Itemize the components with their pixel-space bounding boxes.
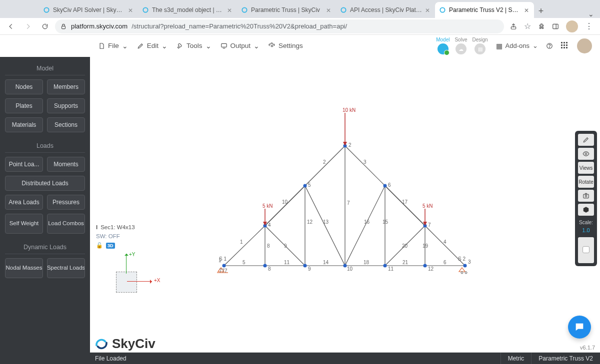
svg-point-11 [271,45,273,47]
menu-file[interactable]: File⌄ [98,42,128,50]
svg-text:21: 21 [402,260,408,265]
browser-tab[interactable]: Parametric Truss | SkyCiv ✕ [237,2,336,18]
unlock-icon: 🔓 [96,242,103,249]
slider-thumb[interactable] [582,246,590,253]
sidebar-btn-supports[interactable]: Supports [47,98,85,113]
lock-icon [60,23,67,30]
tool-cube[interactable] [578,204,594,216]
sidebar-btn-plates[interactable]: Plates [5,98,43,113]
kebab-menu-icon[interactable]: ⋮ [585,21,593,31]
canvas-info: ISec1: W4x13 SW: OFF 🔓3D +Y +X [96,224,141,299]
app-menus: File⌄ Edit⌄ Tools⌄ Output⌄ Settings [98,42,303,50]
version-label: v6.1.7 [580,345,595,351]
scale-slider[interactable] [578,237,594,263]
sidebar-btn-spectralloads[interactable]: Spectral Loads [47,258,85,278]
favicon-icon [142,6,149,13]
svg-text:11: 11 [388,266,394,272]
close-tab-icon[interactable]: ✕ [326,7,332,13]
svg-text:16: 16 [364,219,370,225]
url-host: platform.skyciv.com [71,22,128,30]
tab-title: Parametric Truss | SkyCiv [251,6,323,13]
addons-button[interactable]: ▦Add-ons⌄ [496,42,538,50]
sidebar-btn-sections[interactable]: Sections [47,117,85,132]
menu-label: Output [230,42,251,49]
sidebar-btn-pressures[interactable]: Pressures [47,195,85,210]
tabs-overflow-icon[interactable]: ⌄ [588,10,594,18]
reload-button[interactable] [38,19,52,33]
sidebar-btn-nodalmasses[interactable]: Nodal Masses [5,258,43,278]
tool-visibility[interactable] [578,148,594,160]
menu-edit[interactable]: Edit⌄ [137,42,168,50]
help-icon[interactable] [546,42,553,49]
sidebar-btn-moments[interactable]: Moments [47,157,85,172]
menu-label: File [108,42,119,49]
sidebar-btn-materials[interactable]: Materials [5,117,43,132]
menu-output[interactable]: Output⌄ [220,42,260,50]
browser-tab-active[interactable]: Parametric Truss V2 | SkyCiv ✕ [435,2,534,18]
chat-support-button[interactable] [568,316,591,339]
svg-rect-9 [221,43,226,47]
chevron-down-icon: ⌄ [254,42,260,50]
sidebar-btn-loadcombos[interactable]: Load Combos [47,214,85,234]
model-canvas[interactable]: 1 2 3 4 5 6 7 8 9 10 11 12 13 14 15 16 1… [90,57,600,353]
apps-grid-icon[interactable] [561,42,569,50]
extensions-icon[interactable] [538,23,545,30]
svg-point-72 [264,264,267,268]
pipeline-solve[interactable]: Solve☁ [454,37,467,54]
address-bar[interactable]: platform.skyciv.com/structural?preload_n… [55,19,504,33]
view-toolpad: Views Rotate Scale: 1.0 [575,131,597,266]
close-tab-icon[interactable]: ✕ [128,7,134,13]
svg-text:18: 18 [364,260,370,265]
svg-point-76 [344,264,347,268]
svg-rect-7 [553,24,558,28]
favicon-icon [439,6,446,13]
sidebar-btn-pointloads[interactable]: Point Loa... [5,157,43,172]
sidebar-btn-arealoads[interactable]: Area Loads [5,195,43,210]
tool-pencil[interactable] [578,134,594,146]
svg-point-80 [424,264,427,268]
document-icon: ▤ [474,43,486,54]
sidebar-btn-nodes[interactable]: Nodes [5,79,43,94]
menu-tools[interactable]: Tools⌄ [176,42,212,50]
menu-settings[interactable]: Settings [268,42,303,50]
svg-text:10: 10 [282,199,288,205]
lock-3d-toggle[interactable]: 🔓3D [96,242,141,249]
units-toggle[interactable]: Metric [500,353,532,364]
close-tab-icon[interactable]: ✕ [227,7,233,13]
back-button[interactable] [4,19,18,33]
model-name-chip[interactable]: Parametric Truss V2 [531,353,600,364]
pipeline-design[interactable]: Design▤ [472,37,488,54]
close-tab-icon[interactable]: ✕ [425,7,431,13]
menu-label: Edit [147,42,158,49]
tool-camera[interactable] [578,190,594,202]
share-icon[interactable] [510,23,517,30]
scale-value: 1.0 [578,227,594,233]
browser-tab[interactable]: API Access | SkyCiv Platform ✕ [336,2,435,18]
sidebar-btn-members[interactable]: Members [47,79,85,94]
sidebar-btn-distributed[interactable]: Distributed Loads [5,176,85,191]
sidebar-btn-selfweight[interactable]: Self Weight [5,214,43,234]
svg-text:2: 2 [348,142,352,148]
bookmark-icon[interactable]: ☆ [524,21,531,31]
browser-tab[interactable]: The s3d_model object | SkyCi ✕ [138,2,237,18]
browser-actions: ☆ ⋮ [507,20,596,32]
svg-text:4: 4 [268,222,271,228]
sidepanel-icon[interactable] [552,23,559,30]
user-avatar-icon[interactable] [577,38,592,53]
close-tab-icon[interactable]: ✕ [524,7,530,13]
browser-tab[interactable]: SkyCiv API Solver | SkyCiv Pla ✕ [39,2,138,18]
svg-text:10 kN: 10 kN [342,107,356,113]
tool-views[interactable]: Views [578,162,594,174]
new-tab-button[interactable]: + [534,4,548,18]
profile-avatar-icon[interactable] [566,20,578,32]
svg-line-36 [385,186,425,226]
pipeline-model[interactable]: Model [436,37,450,54]
chevron-down-icon: ⌄ [122,42,128,50]
tool-rotate[interactable]: Rotate [578,176,594,188]
svg-text:4: 4 [444,239,446,245]
forward-button[interactable] [21,19,35,33]
panel-heading-loads: Loads [5,139,85,153]
svg-text:17: 17 [402,199,408,205]
svg-text:S 2: S 2 [458,256,466,262]
skyciv-logo-icon [94,337,109,352]
